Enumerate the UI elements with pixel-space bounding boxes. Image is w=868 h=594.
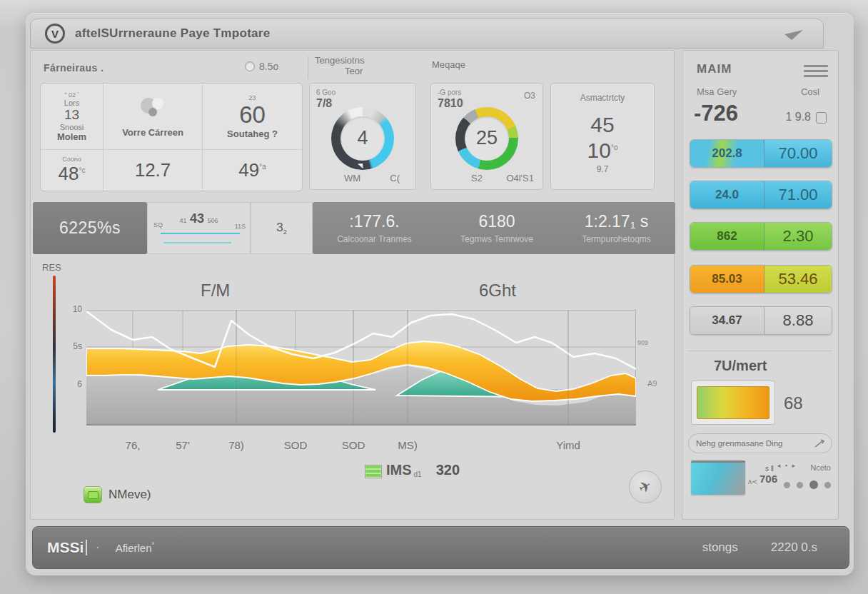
info-cell-temp2-value: 12.7 bbox=[135, 159, 171, 181]
asymmetry-small-value: 9.7 bbox=[551, 164, 654, 174]
right-label-1: 909 bbox=[637, 339, 648, 346]
info-cell-temp2[interactable]: 12.7 bbox=[104, 150, 203, 191]
info-cell-mode-top: ‟ 02 ʼ bbox=[64, 91, 79, 99]
stat-item-3-value: 1:2.17₁ s bbox=[582, 212, 651, 231]
legend-ims-sub: d1 bbox=[414, 470, 422, 478]
pencil-icon bbox=[814, 439, 824, 448]
info-cell-mode-l3: Snoosi bbox=[60, 123, 84, 131]
window-title: aftelSUrrneraune Paye Tmpotare bbox=[75, 26, 271, 41]
info-cell-mode-value: 13 bbox=[64, 107, 79, 123]
stat-item-2-value: 6180 bbox=[460, 212, 533, 231]
unit-section-title: 7U/mert bbox=[714, 358, 767, 374]
gauge2-small-label: -G pors bbox=[438, 89, 461, 96]
info-cell-mode[interactable]: ‟ 02 ʼ Lors 13 Snoosi Molem bbox=[41, 84, 104, 150]
info-cell-weather-label: Vorre Cárreen bbox=[122, 127, 183, 138]
info-cell-temp1[interactable]: Coono 48°c bbox=[41, 150, 104, 191]
row4-left-value: 85.03 bbox=[690, 266, 764, 293]
gauge2-center-value: 25 bbox=[455, 107, 518, 170]
sidebar-row-5[interactable]: 34.67 8.88 bbox=[690, 306, 832, 335]
column-header-2: Tengesiotns Teor bbox=[315, 55, 364, 76]
status-bar: MSSi · Afierlen* stongs 2220 0.s bbox=[32, 526, 849, 569]
footer-right-group: stongs 2220 0.s bbox=[702, 540, 849, 555]
legend-ims-label: IMS bbox=[386, 462, 412, 478]
nceto-icons: ◂ ▪ ▸ bbox=[777, 462, 797, 469]
sidebar-row-1[interactable]: 202.8 70.00 bbox=[690, 139, 832, 168]
asymmetry-title: Asmactrtcty bbox=[551, 93, 654, 103]
footer-status-label: stongs bbox=[702, 540, 738, 555]
x-tick-5: SOD bbox=[342, 439, 365, 451]
footer-status-value: 2220 0.s bbox=[771, 540, 817, 555]
sidebar-action-label: Nehg grenmasane Ding bbox=[696, 439, 782, 448]
titlebar: V aftelSUrrneraune Paye Tmpotare bbox=[30, 19, 824, 49]
sidebar-row-4[interactable]: 85.03 53.46 bbox=[690, 265, 832, 293]
info-cell-setpoint-value: 60 bbox=[239, 101, 266, 129]
info-cell-mode-l4: Molem bbox=[57, 131, 86, 142]
main-panel: Fárneiraus . 8.5o Tengesiotns Teor Meqaq… bbox=[30, 50, 675, 520]
gauge2-ring: 25 bbox=[455, 107, 518, 170]
x-tick-1: 76, bbox=[126, 439, 141, 451]
gauge1-small-label: 6 Goo bbox=[316, 89, 335, 96]
gauge-card-2: -G pors 7810 O3 25 S2 O4l'S1 bbox=[430, 83, 543, 190]
info-cell-setpoint[interactable]: 23 60 Soutaheg ? bbox=[203, 84, 302, 150]
sparkline-left-label: SQ bbox=[153, 221, 163, 228]
info-cell-mode-l1: Lors bbox=[64, 99, 79, 107]
stat-item-1-value: :177.6. bbox=[337, 212, 412, 231]
sidebar-action-button[interactable]: Nehg grenmasane Ding bbox=[688, 433, 832, 453]
x-tick-2: 57' bbox=[176, 439, 190, 451]
plane-button[interactable]: ✈ bbox=[629, 470, 662, 503]
stats-bar: :177.6. Calcoonar Tranmes 6180 Tegmws Te… bbox=[313, 202, 675, 254]
stat-cell-3: 32 bbox=[251, 202, 313, 254]
stat-item-2: 6180 Tegmws Temrwove bbox=[460, 212, 533, 244]
app-logo-icon: V bbox=[45, 24, 65, 44]
nceto-label: Nceto bbox=[810, 463, 831, 472]
sidebar-row-3[interactable]: 862 2.30 bbox=[690, 222, 832, 251]
x-tick-7: Yimd bbox=[556, 439, 580, 451]
gauge1-unit-right: C( bbox=[390, 173, 400, 183]
chart-axis-label: RES bbox=[42, 262, 61, 273]
legend-ims-toggle[interactable]: IMS d1 320 bbox=[365, 462, 460, 478]
screen: V aftelSUrrneraune Paye Tmpotare Fárneir… bbox=[0, 0, 868, 594]
chevron-down-icon[interactable] bbox=[783, 29, 804, 41]
menu-icon[interactable] bbox=[804, 65, 828, 80]
chart-title-left: F/M bbox=[201, 281, 230, 301]
row1-left-value: 202.8 bbox=[690, 140, 764, 167]
asymmetry-card: Asmactrtcty 45 10°o 9.7 bbox=[550, 83, 655, 190]
radio-icon[interactable] bbox=[245, 61, 255, 71]
gauge1-unit-left: WM bbox=[344, 173, 360, 183]
unit-value: 68 bbox=[784, 393, 803, 413]
neve-icon bbox=[84, 486, 102, 503]
stat-item-3: 1:2.17₁ s Termpurohetoqms bbox=[582, 212, 651, 244]
info-cell-weather[interactable]: Vorre Cárreen bbox=[104, 84, 203, 150]
row3-left-value: 862 bbox=[690, 223, 764, 250]
neve-button[interactable]: NMeve) bbox=[84, 486, 151, 503]
asymmetry-value-2: 10°o bbox=[551, 139, 654, 163]
stat-item-2-label: Tegmws Temrwove bbox=[460, 234, 533, 244]
row5-left-value: 34.67 bbox=[690, 307, 764, 334]
row3-right-value: 2.30 bbox=[764, 223, 832, 250]
sidebar-title: MAIM bbox=[697, 62, 732, 76]
gauge2-unit-right: O4l'S1 bbox=[506, 173, 534, 183]
radio-option[interactable]: 8.5o bbox=[245, 61, 278, 72]
info-cell-temp3[interactable]: 49°a bbox=[203, 150, 302, 191]
gauge-card-1: 6 Goo 7/8 4 WM C( bbox=[309, 83, 416, 190]
sparkline-cell: 41 43 506 SQ 11S bbox=[147, 202, 251, 254]
info-cell-temp1-top: Coono bbox=[62, 156, 81, 163]
asymmetry-value-1: 45 bbox=[551, 113, 654, 137]
gauge2-top-right-label: O3 bbox=[524, 91, 535, 101]
sidebar-main-value: -726 bbox=[694, 101, 738, 126]
legend-ims-value: 320 bbox=[436, 462, 460, 478]
chart-series-layer bbox=[86, 311, 636, 426]
pagination-dots[interactable] bbox=[784, 480, 831, 489]
percent-chip: 6225%s bbox=[33, 202, 147, 254]
row2-right-value: 71.00 bbox=[764, 181, 832, 208]
footer-menu-item[interactable]: Afierlen* bbox=[116, 541, 155, 554]
dot-separator: · bbox=[96, 541, 99, 554]
sparkline-right-label: 11S bbox=[235, 223, 246, 230]
info-cell-setpoint-label: Soutaheg ? bbox=[227, 129, 278, 139]
sidebar-row-2[interactable]: 24.0 71.00 bbox=[690, 181, 832, 209]
sidebar: MAIM Msa Gery Cosl -726 1 9.8 202.8 70.0… bbox=[682, 50, 839, 520]
stat-item-3-label: Termpurohetoqms bbox=[582, 234, 651, 244]
gradient-swatch-frame bbox=[691, 381, 775, 425]
right-label-2: A9 bbox=[647, 379, 657, 388]
row2-left-value: 24.0 bbox=[690, 181, 764, 208]
